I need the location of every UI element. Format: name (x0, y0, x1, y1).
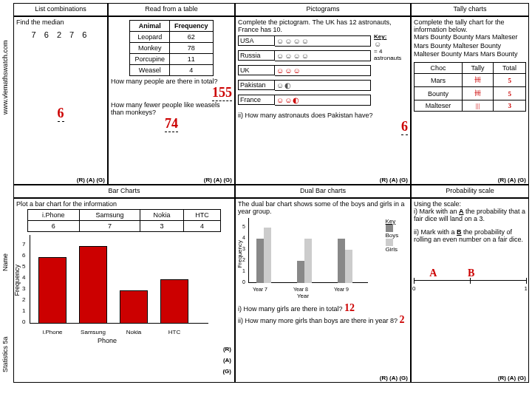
website-label: www.vlemathswatch.com (1, 7, 9, 148)
median-answer: 6 (58, 106, 64, 122)
hdr-pictograms: Pictograms (235, 3, 411, 16)
animal-q1: How many people are there in total? (111, 78, 232, 85)
key-girls: Girls (386, 246, 398, 253)
bar-iphone (38, 257, 66, 324)
prob-mark-b: B (468, 267, 474, 279)
prob-q1: i) Mark with an A the probability that a… (414, 208, 526, 222)
picto-icons: ☺☺☺☺ (275, 35, 371, 47)
animal-a1: 155 (212, 85, 232, 101)
bar-ylabel: Frequency (13, 265, 21, 296)
hdr-dual: Dual Bar charts (235, 185, 411, 198)
tally-marks: 卌 (462, 74, 493, 87)
picto-prompt: Complete the pictogram. The UK has 12 as… (238, 18, 408, 33)
animal-a2: 74 (165, 116, 178, 132)
tally-items: Mars Bounty Bounty Mars Malteser Mars Bo… (414, 33, 526, 59)
dual-key-label: Key (386, 218, 405, 225)
worksheet: List combinations Read from a table Pict… (13, 3, 529, 396)
panel-dual: The dual bar chart shows some of the boy… (235, 198, 411, 383)
bar-table: i.PhoneSamsungNokiaHTC 6734 (27, 209, 222, 232)
tally-col: Total (494, 63, 526, 74)
rag-6: (R) (A) (G) (380, 375, 408, 381)
picto-label: USA (238, 35, 275, 46)
prob-scale: 0 1 A B (414, 280, 526, 295)
table-cell: 6 (27, 221, 79, 232)
bar-xtick: HTC (157, 329, 192, 335)
bar-xtick: i.Phone (35, 329, 70, 335)
panel-median: Find the median 7 6 2 7 6 6 (R) (A) (G) (13, 16, 108, 185)
dual-q1: i) How many girls are there in total? 12 (238, 302, 408, 314)
sheet-label: Statistics 5a (1, 325, 9, 384)
scale-0: 0 (412, 285, 415, 292)
table-cell: HTC (183, 210, 221, 221)
tally-prompt: Complete the tally chart for the informa… (414, 18, 526, 33)
dual-xtick: Year 9 (334, 287, 349, 292)
table-cell: 3 (140, 221, 183, 232)
picto-a2: 6 (401, 119, 408, 135)
rag-4: (R) (A) (G) (498, 177, 526, 183)
panel-bar: Plot a bar chart for the information i.P… (13, 198, 235, 383)
animal-q2: How many fewer people like weasels than … (111, 101, 232, 116)
prob-q2: ii) Mark with a B the probability of rol… (414, 228, 526, 243)
bar-chart: Frequency 0 1 2 3 4 5 6 7 i.Phone Samsun… (16, 235, 216, 338)
bar-xlabel: Phone (98, 337, 117, 344)
picto-icons: ☺☺◐ (275, 95, 371, 106)
table-cell: 7 (79, 221, 140, 232)
dual-a2: 2 (400, 314, 405, 325)
picto-label: UK (238, 65, 275, 75)
table-cell: 4 (183, 221, 221, 232)
col-freq: Frequency (170, 21, 214, 32)
rag-7: (R) (A) (G) (498, 375, 526, 381)
hdr-read-table: Read from a table (108, 3, 235, 16)
hdr-prob: Probability scale (411, 185, 529, 198)
picto-label: Pakistan (238, 80, 275, 90)
picto-label: Russia (238, 50, 275, 61)
rag-1: (R) (A) (G) (77, 177, 105, 183)
dual-a1: 12 (344, 302, 355, 313)
panel-pictogram: Complete the pictogram. The UK has 12 as… (235, 16, 411, 185)
dual-q2: ii) How many more girls than boys are th… (238, 314, 408, 326)
col-animal: Animal (130, 21, 170, 32)
prob-mark-a: A (429, 267, 437, 279)
picto-icons: ☺☺☺☺ (275, 50, 371, 61)
tally-total: 5 (494, 87, 526, 100)
tally-total: 5 (494, 74, 526, 87)
panel-prob: Using the scale: i) Mark with an A the p… (411, 198, 529, 383)
tally-col: Choc (415, 63, 463, 74)
prob-prompt1: Using the scale: (414, 200, 526, 208)
tally-table: ChocTallyTotal Mars卌5 Bounty卌5 Malteser|… (414, 62, 526, 112)
dual-xtick: Year 7 (253, 287, 267, 292)
table-cell: Samsung (79, 210, 140, 221)
animal-table: AnimalFrequency Leopard62 Monkey78 Porcu… (129, 20, 213, 76)
table-cell: 4 (170, 65, 214, 76)
dual-xlabel: Year (297, 293, 309, 299)
picto-q2: ii) How many astronauts does Pakistan ha… (238, 112, 408, 119)
median-prompt: Find the median (16, 18, 105, 26)
key-boys: Boys (386, 232, 399, 239)
hdr-list-combinations: List combinations (13, 3, 108, 16)
picto-icons: ☺◐ (275, 80, 371, 91)
median-numbers: 7 6 2 7 6 (16, 30, 105, 39)
scale-1: 1 (525, 285, 528, 292)
picto-key-label: Key: (374, 33, 408, 40)
tally-cell: Malteser (415, 100, 463, 112)
tally-col: Tally (462, 63, 493, 74)
hdr-tally: Tally charts (411, 3, 529, 16)
picto-key-text: = 4 astronauts (374, 48, 408, 61)
dual-prompt: The dual bar chart shows some of the boy… (238, 200, 408, 215)
rag-2: (R) (A) (G) (204, 177, 232, 183)
tally-marks: ||| (462, 100, 493, 112)
picto-icons: ☺☺☺ (275, 65, 371, 76)
dual-xtick: Year 8 (293, 287, 308, 292)
table-cell: Monkey (130, 43, 170, 54)
tally-marks: 卌 (462, 87, 493, 100)
table-cell: Weasel (130, 65, 170, 76)
name-label: Name (1, 236, 9, 288)
panel-tally: Complete the tally chart for the informa… (411, 16, 529, 185)
tally-total: 3 (494, 100, 526, 112)
bar-prompt: Plot a bar chart for the information (16, 200, 232, 208)
table-cell: 11 (170, 54, 214, 65)
tally-cell: Mars (415, 74, 463, 87)
bar-nokia (120, 290, 148, 324)
table-cell: Leopard (130, 32, 170, 43)
table-cell: Porcupine (130, 54, 170, 65)
